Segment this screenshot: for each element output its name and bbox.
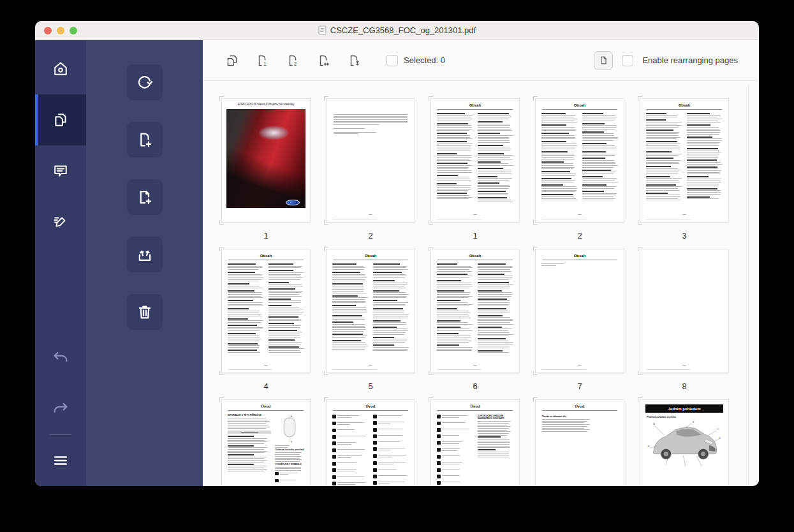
page-thumbnail[interactable]: [326, 98, 415, 223]
symbol-row: [437, 468, 473, 472]
toc-entry-line: [646, 117, 677, 117]
page-thumbnail[interactable]: Obsah: [640, 98, 729, 223]
toc-entry-line: [646, 122, 682, 122]
extract-pages-button[interactable]: [127, 237, 163, 272]
sidebar-item-edit[interactable]: [35, 196, 86, 248]
page-thumbnail[interactable]: FORD FOCUS Návod k obsluze pro vlastníky: [221, 98, 311, 223]
toc-entry-group: [541, 113, 578, 122]
toc-heading-line: [582, 123, 605, 124]
toc-entry-line: [687, 129, 719, 129]
toc-entry-line: [373, 286, 404, 286]
toc-entry-line: [437, 329, 469, 329]
menu-button[interactable]: [35, 435, 86, 486]
toc-entry-line: [582, 137, 618, 138]
select-landscape-pages-button[interactable]: [315, 52, 333, 70]
toc-entry-line: [437, 137, 470, 138]
insert-file-button[interactable]: [127, 179, 163, 215]
page-thumbnail[interactable]: ÚvodINFORMACE O TÉTO PŘÍRUČCEABOchrana ž…: [221, 399, 311, 486]
thumbnail-size-button[interactable]: [594, 51, 613, 70]
toc-entry-line: [541, 138, 575, 139]
toc-entry-line: [228, 336, 259, 336]
text-line: [542, 424, 590, 425]
select-even-pages-button[interactable]: 2: [284, 52, 302, 70]
page-number: 2: [535, 223, 624, 249]
sidebar-item-home[interactable]: [35, 43, 86, 94]
toc-heading-line: [582, 176, 603, 177]
page-cell: FORD FOCUS Návod k obsluze pro vlastníky…: [221, 98, 311, 249]
toc-entry-line: [478, 332, 510, 333]
glance-subtitle: Přehled ovládání zepředu: [647, 417, 722, 419]
toc-column: [687, 113, 723, 214]
toc-entry-line: [687, 122, 721, 122]
minimize-window-button[interactable]: [57, 27, 64, 34]
toc-entry-line: [373, 294, 409, 295]
toc-entry-line: [478, 163, 509, 164]
toc-entry-group: [478, 176, 514, 181]
symbol-row: [332, 422, 368, 425]
page-thumbnail[interactable]: ÚvodDOPORUČENÍ OHLEDNĚ NÁHRADNÍCH SOUČÁS…: [430, 399, 520, 486]
toc-entry-line: [268, 284, 302, 284]
toc-entry-group: [228, 318, 264, 323]
page-thumbnail[interactable]: Obsah: [221, 249, 311, 373]
toc-entry-group: [687, 176, 723, 186]
toc-heading-line: [646, 158, 673, 159]
toc-entry-line: [437, 267, 473, 268]
thumbnail-scroll-area[interactable]: FORD FOCUS Návod k obsluze pro vlastníky…: [203, 81, 759, 486]
text-line: [442, 475, 460, 476]
toc-entry-line: [478, 137, 510, 138]
toc-entry-line: [478, 317, 510, 318]
toc-entry-line: [228, 347, 259, 348]
toc-entry-line: [332, 266, 364, 267]
symbol-glyph: [332, 422, 336, 425]
close-window-button[interactable]: [44, 27, 52, 34]
toc-entry-group: [687, 159, 723, 164]
toc-entry-line: [582, 167, 614, 168]
toc-entry-line: [687, 194, 721, 195]
toc-heading-line: [478, 327, 503, 328]
toc-heading-line: [228, 325, 257, 326]
toc-entry-line: [373, 297, 407, 298]
page-thumbnail[interactable]: Obsah: [535, 98, 624, 223]
toc-entry-line: [437, 314, 468, 314]
symbol-row: [373, 447, 409, 451]
toc-entry-group: [373, 337, 409, 343]
rotate-page-button[interactable]: [127, 64, 163, 100]
sidebar-item-annotations[interactable]: [35, 145, 86, 196]
select-odd-pages-button[interactable]: 1: [254, 52, 272, 70]
thumbnail-row: ÚvodINFORMACE O TÉTO PŘÍRUČCEABOchrana ž…: [221, 399, 759, 486]
text-line: [337, 436, 366, 436]
redo-button[interactable]: [35, 383, 86, 434]
toc-entry-line: [228, 269, 259, 270]
zoom-window-button[interactable]: [70, 27, 77, 34]
home-icon: [52, 60, 70, 78]
toc-entry-group: [646, 113, 682, 117]
page-thumbnail[interactable]: Obsah: [430, 98, 520, 223]
page-thumbnail[interactable]: [640, 249, 729, 373]
toc-entry-line: [478, 288, 510, 288]
toc-entry-line: [268, 311, 300, 311]
page-thumbnail[interactable]: Obsah: [326, 249, 415, 373]
toc-entry-line: [541, 159, 575, 159]
toc-entry-line: [437, 277, 469, 278]
sidebar-item-pages[interactable]: [35, 94, 86, 145]
page-thumbnail[interactable]: ÚvodZáruka na náhradní díly: [535, 399, 624, 486]
page-thumbnail[interactable]: Obsah: [535, 249, 624, 373]
toc-entry-line: [478, 151, 510, 151]
text-line: [228, 427, 270, 427]
page-thumbnail-wrap: Obsah: [430, 249, 520, 373]
delete-page-button[interactable]: [127, 294, 163, 330]
rearrange-pages-checkbox[interactable]: [622, 55, 633, 66]
symbol-glyph: [373, 415, 377, 418]
select-copy-pages-button[interactable]: [223, 52, 241, 70]
select-portrait-pages-button[interactable]: [346, 52, 364, 70]
undo-button[interactable]: [35, 332, 86, 383]
select-all-checkbox[interactable]: [386, 55, 398, 66]
page-thumbnail[interactable]: Jedním pohledemPřehled ovládání zepředuA…: [640, 399, 729, 486]
page-thumbnail[interactable]: Úvod: [326, 399, 415, 486]
toc-entry-line: [332, 313, 367, 313]
add-page-button[interactable]: [127, 122, 163, 158]
text-line: [337, 455, 362, 456]
toc-entry-line: [437, 157, 471, 158]
symbol-glyph: [332, 455, 336, 459]
page-thumbnail[interactable]: Obsah: [430, 249, 520, 373]
